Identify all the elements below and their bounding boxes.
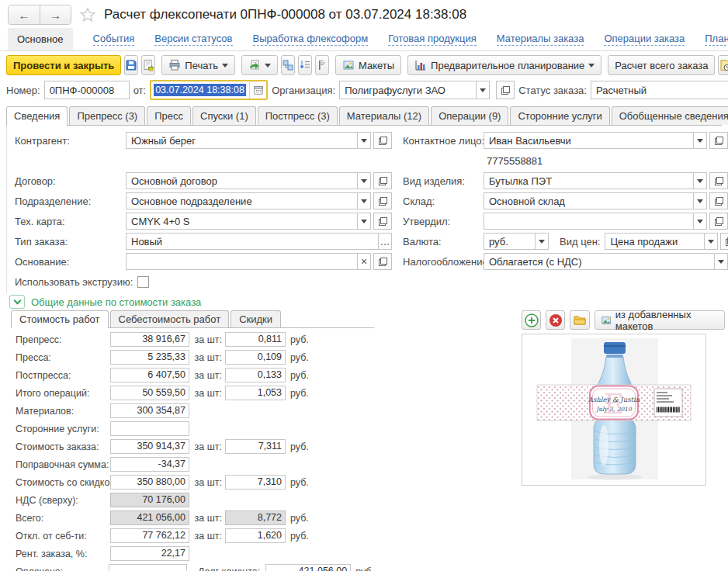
warehouse-field: Основной склад [484,192,728,209]
nav-tab-main[interactable]: Основное [8,28,73,50]
contract-dropdown-button[interactable] [357,172,371,189]
nav-tab-order-operations[interactable]: Операции заказа [604,28,685,50]
cost-row-order-cost: Стоимость заказа: 350 914,37 за шт: 7,31… [11,439,374,454]
approved-by-open-button[interactable] [709,213,728,230]
calc-whole-order-button[interactable]: Расчет всего заказа [608,55,715,75]
app-window: Расчет флексопечати 0ПНФ-000008 от 03.07… [0,0,728,571]
nav-tabs: Основное События Версии статусов Выработ… [0,28,728,51]
layouts-button[interactable]: Макеты [335,55,401,75]
sort-list-button[interactable] [298,55,312,75]
cost-row-external-services: Сторонние услуги: [11,421,374,436]
nav-tab-events[interactable]: События [93,28,135,50]
approved-by-field [484,213,728,230]
tab-materials[interactable]: Материалы (12) [339,106,429,125]
tab-postpress[interactable]: Постпресс (3) [258,106,338,125]
cost-section-title: Общие данные по стоимости заказа [31,296,201,308]
save-button[interactable] [124,55,138,75]
bottle-preview-illustration: E Ashley & Justin July 3, 2010 [526,337,702,483]
org-open-button[interactable] [496,81,515,99]
tax-dropdown-button[interactable] [714,253,728,270]
tab-prepress[interactable]: Препресс (3) [69,106,145,125]
calendar-button[interactable] [249,81,266,99]
delete-image-button[interactable] [546,310,565,330]
from-layouts-button[interactable]: из добавленных макетов [595,310,725,330]
post-and-close-button[interactable]: Провести и закрыть [6,55,121,75]
structure-button[interactable] [281,55,295,75]
back-button[interactable] [9,5,40,24]
counterparty-dropdown-button[interactable] [357,132,371,149]
layout-preview-image[interactable]: E Ashley & Justin July 3, 2010 [522,334,706,486]
tab-operations[interactable]: Операции (9) [431,106,508,125]
order-type-select-button[interactable] [378,233,392,250]
client-debt-value: 421 056,00 [265,564,352,571]
org-dropdown-button[interactable] [476,81,490,99]
price-type-dropdown-button[interactable] [704,233,718,250]
extrusion-label: Использовать экструзию: [15,276,133,288]
forward-button[interactable] [40,5,71,24]
price-type-open-button[interactable] [720,233,728,250]
tab-press[interactable]: Пресс [147,106,191,125]
number-field[interactable]: 0ПНФ-000008 [44,81,130,99]
org-value[interactable]: Полиграфуслуги ЗАО [339,81,476,99]
dropdown-caret-icon [697,199,703,203]
tax-field: Облагается (с НДС) [484,253,728,270]
favorite-star-icon[interactable] [79,6,96,23]
tech-card-dropdown-button[interactable] [357,213,371,230]
dropdown-caret-icon [697,139,703,143]
dropdown-caret-icon [708,240,714,244]
status-field[interactable]: Расчетный [591,81,728,99]
add-image-button[interactable] [522,310,541,330]
milestones-button[interactable] [315,55,329,75]
nav-tab-status-versions[interactable]: Версии статусов [154,28,232,50]
basis-open-button[interactable] [373,253,392,270]
tab-info[interactable]: Сведения [6,106,68,126]
tab-discounts[interactable]: Скидки [231,310,281,327]
warehouse-open-button[interactable] [709,192,728,209]
cost-row-postpress: Постпресса: 6 407,50 за шт: 0,133 руб. [11,368,374,382]
extrusion-checkbox[interactable] [137,276,149,288]
nav-tab-planning[interactable]: Планируем [705,28,728,50]
tax-row: Налогообложение: Облагается (с НДС) [403,253,728,270]
tab-cost-price[interactable]: Себестоимость работ [110,310,230,327]
contact-open-button[interactable] [709,132,728,149]
nav-tab-finished-products[interactable]: Готовая продукция [388,28,477,50]
product-type-open-button[interactable] [709,172,728,189]
date-field[interactable]: 03.07.2024 18:38:08 [150,80,268,100]
counterparty-open-button[interactable] [373,132,392,149]
post-document-button[interactable] [141,55,155,75]
open-link-icon [379,258,387,266]
tab-work-cost[interactable]: Стоимость работ [11,310,109,328]
dropdown-caret-icon [361,139,367,143]
print-button[interactable]: Печать [161,55,235,75]
form-left-column: Контрагент: Южный берег Договор: Основно… [15,132,392,293]
tab-summary[interactable]: Обобщенные сведения [612,106,728,125]
preplanning-button[interactable]: Предварительное планирование [407,55,601,75]
basis-clear-button[interactable] [357,253,371,270]
create-based-on-button[interactable] [241,55,278,75]
contract-open-button[interactable] [373,172,392,189]
product-type-dropdown-button[interactable] [693,172,707,189]
nav-tab-flexoforms[interactable]: Выработка флексоформ [253,28,369,50]
tech-card-open-button[interactable] [373,213,392,230]
order-type-field: Новый [126,233,392,250]
cost-row-press: Пресса: 5 235,33 за шт: 0,109 руб. [11,350,374,365]
dropdown-caret-icon [539,240,545,244]
warehouse-dropdown-button[interactable] [693,192,707,209]
label-names: Ashley & Justin [588,396,640,403]
tab-external-services[interactable]: Сторонние услуги [510,106,609,125]
tab-impositions[interactable]: Спуски (1) [192,106,256,125]
approved-by-dropdown-button[interactable] [693,213,707,230]
nav-tab-order-materials[interactable]: Материалы заказа [497,28,584,50]
contact-dropdown-button[interactable] [693,132,707,149]
collapse-button[interactable] [9,295,25,309]
contact-field: Иван Васильевчи [484,132,728,149]
counterparty-field: Южный берег [126,132,392,149]
currency-dropdown-button[interactable] [535,233,549,250]
number-label: Номер: [6,85,40,96]
department-dropdown-button[interactable] [357,192,371,209]
bar-chart-icon [414,59,427,71]
open-link-icon [715,177,723,185]
history-button[interactable] [718,55,728,75]
department-open-button[interactable] [373,192,392,209]
open-folder-button[interactable] [570,310,589,330]
